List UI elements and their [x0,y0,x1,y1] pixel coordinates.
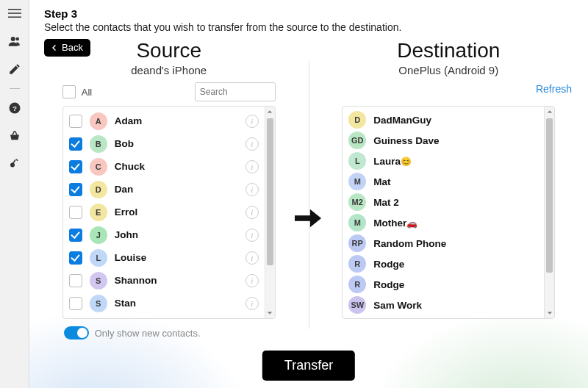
destination-column: Destination OnePlus (Android 9) Refresh … [309,39,589,388]
step-description: Select the contacts that you wish to tra… [44,21,573,33]
source-list: AAdamiBBobiCChuckiDDaniEErroliJJohniLLou… [63,107,265,318]
info-icon[interactable]: i [245,160,259,173]
destination-contact-row: MMat [344,171,542,192]
source-contact-row[interactable]: AAdami [65,109,263,132]
contact-avatar: M [348,214,366,231]
contact-avatar: L [90,249,107,267]
svg-rect-2 [8,17,21,18]
source-column: Source deand's iPhone All AAdamiBBobiCCh… [29,39,309,388]
info-icon[interactable]: i [245,274,259,287]
destination-panel: DDadManGuyGDGuiness DaveLLaura😊MMatM2Mat… [342,106,555,319]
scroll-up-icon[interactable] [265,107,275,117]
contact-checkbox[interactable] [69,206,82,219]
contact-avatar: R [348,255,366,273]
scroll-thumb[interactable] [267,118,273,265]
svg-rect-1 [8,12,21,14]
contact-avatar: M [348,173,366,190]
scroll-down-icon[interactable] [545,308,554,318]
svg-rect-0 [8,9,21,10]
svg-rect-9 [15,159,18,161]
svg-rect-8 [12,159,15,164]
svg-text:?: ? [12,104,17,112]
contact-checkbox[interactable] [69,183,82,196]
info-icon[interactable]: i [245,183,259,196]
info-icon[interactable]: i [245,115,259,128]
svg-point-4 [15,37,19,41]
contact-name: DadManGuy [373,115,538,126]
source-contact-row[interactable]: DDani [65,178,263,201]
contact-name: Bob [115,138,245,149]
info-icon[interactable]: i [245,206,259,219]
contact-avatar: RP [348,234,366,252]
contact-checkbox[interactable] [69,160,82,173]
source-contact-row[interactable]: LLouisei [65,246,263,269]
source-contact-row[interactable]: BBobi [65,132,263,155]
step-header: Step 3 Select the contacts that you wish… [29,0,588,35]
contact-avatar: GD [348,132,366,149]
main: Step 3 Select the contacts that you wish… [29,0,588,388]
basket-icon[interactable] [6,127,24,145]
contact-checkbox[interactable] [69,251,82,265]
back-label: Back [62,42,83,53]
help-icon[interactable]: ? [6,99,24,117]
contact-avatar: R [348,276,366,293]
key-icon[interactable] [6,155,24,173]
contact-checkbox[interactable] [69,229,82,242]
new-contacts-toggle-label: Only show new contacts. [95,328,201,339]
contact-avatar: J [90,226,107,244]
destination-list: DDadManGuyGDGuiness DaveLLaura😊MMatM2Mat… [343,107,544,318]
info-icon[interactable]: i [245,229,259,242]
scroll-down-icon[interactable] [265,308,275,318]
source-contact-row[interactable]: JJohni [65,223,263,246]
transfer-button[interactable]: Transfer [262,351,355,381]
edit-icon[interactable] [6,60,24,78]
contact-name: Chuck [115,161,245,172]
menu-icon[interactable] [6,4,24,22]
source-contact-row[interactable]: SStani [65,292,263,315]
new-contacts-toggle[interactable] [64,326,89,340]
contact-checkbox[interactable] [69,297,82,310]
back-button[interactable]: Back [44,39,90,57]
select-all-checkbox[interactable] [62,85,76,98]
contact-name: Mat 2 [373,197,538,208]
contact-name: Laura😊 [373,156,538,167]
contacts-icon[interactable] [6,32,24,50]
source-title: Source [136,39,201,62]
info-icon[interactable]: i [245,137,259,151]
contact-name: Rodge [373,259,538,270]
source-contact-row[interactable]: EErroli [65,201,263,223]
destination-contact-row: RPRandom Phone [344,233,542,254]
contact-checkbox[interactable] [69,137,82,151]
destination-title: Destination [397,39,500,62]
scroll-up-icon[interactable] [545,107,554,117]
refresh-link[interactable]: Refresh [536,83,572,95]
svg-point-3 [10,37,15,41]
contact-checkbox[interactable] [69,115,82,128]
contact-avatar: L [348,152,366,170]
source-contact-row[interactable]: SShannoni [65,269,263,292]
contact-name: Sam Work [373,300,538,311]
contact-avatar: S [90,295,107,312]
destination-contact-row: GDGuiness Dave [344,130,542,151]
source-controls: All [62,82,276,101]
destination-scrollbar[interactable] [544,107,554,318]
contact-checkbox[interactable] [69,274,82,287]
search-input[interactable] [195,82,276,101]
destination-contact-row: RRodge [344,274,542,295]
info-icon[interactable]: i [245,251,259,265]
source-scrollbar[interactable] [265,107,275,318]
back-arrow-icon [50,43,59,52]
sidebar-divider [10,88,20,89]
info-icon[interactable]: i [245,297,259,310]
contact-avatar: SW [348,296,366,314]
contact-name: Mat [373,176,538,187]
svg-point-7 [10,163,15,168]
contact-avatar: C [90,158,107,176]
destination-subtitle: OnePlus (Android 9) [398,64,498,76]
contact-name: Stan [115,298,245,309]
destination-contact-row: SWSam Work [344,295,542,315]
contact-avatar: B [90,135,107,153]
scroll-thumb[interactable] [546,118,553,273]
contact-name: Mother🚗 [373,218,538,229]
source-contact-row[interactable]: CChucki [65,155,263,178]
